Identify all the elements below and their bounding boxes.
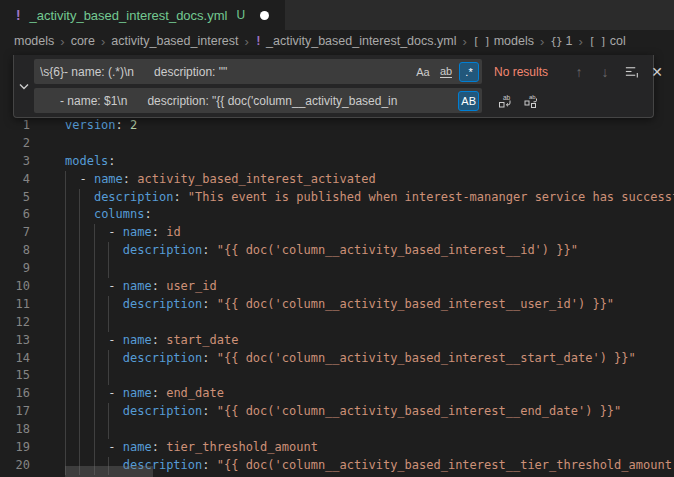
indent-guide xyxy=(94,278,95,296)
indent-guide xyxy=(79,224,80,242)
breadcrumb-item-1[interactable]: {}1 xyxy=(550,34,572,48)
code-line-text[interactable]: description: "{{ doc('column__activity_b… xyxy=(30,242,674,260)
code-line[interactable]: 8 description: "{{ doc('column__activity… xyxy=(0,242,674,260)
breadcrumb-separator-icon: › xyxy=(244,34,248,49)
line-number[interactable]: 8 xyxy=(0,242,30,260)
line-number[interactable]: 7 xyxy=(0,224,30,242)
code-line-text[interactable] xyxy=(30,135,674,153)
replace-all-button[interactable]: ab xyxy=(520,90,542,112)
code-line-text[interactable]: description: "This event is published wh… xyxy=(30,189,674,207)
breadcrumb-item-models[interactable]: models xyxy=(14,34,54,48)
breadcrumb-label: _activity_based_interest_docs.yml xyxy=(266,34,456,48)
indent-guide xyxy=(94,367,95,385)
breadcrumb-label: core xyxy=(71,34,95,48)
regex-toggle[interactable]: .* xyxy=(459,62,479,82)
toggle-replace-button[interactable] xyxy=(14,59,34,113)
code-line[interactable]: 10 - name: user_id xyxy=(0,278,674,296)
code-line[interactable]: 16 - name: end_date xyxy=(0,385,674,403)
previous-match-button[interactable]: ↑ xyxy=(568,61,590,83)
code-line-text[interactable]: columns: xyxy=(30,206,674,224)
code-line[interactable]: 9 xyxy=(0,260,674,278)
code-line-text[interactable]: - name: tier_threshold_amount xyxy=(30,439,674,457)
breadcrumb-separator-icon: › xyxy=(60,34,64,49)
code-line-text[interactable] xyxy=(30,260,674,278)
tab-active-yaml-file[interactable]: ! _activity_based_interest_docs.yml U xyxy=(0,0,285,30)
code-line[interactable]: 6 columns: xyxy=(0,206,674,224)
code-line[interactable]: 7 - name: id xyxy=(0,224,674,242)
line-number[interactable]: 2 xyxy=(0,135,30,153)
replace-button[interactable]: ab xyxy=(494,90,516,112)
code-line-text[interactable] xyxy=(30,421,674,439)
breadcrumb-label: models xyxy=(14,34,54,48)
line-number[interactable]: 11 xyxy=(0,296,30,314)
code-line[interactable]: 4 - name: activity_based_interest_activa… xyxy=(0,171,674,189)
code-line-text[interactable]: - name: end_date xyxy=(30,385,674,403)
whole-word-toggle[interactable]: ab xyxy=(436,62,456,82)
code-line-text[interactable]: - name: user_id xyxy=(30,278,674,296)
code-line[interactable]: 2 xyxy=(0,135,674,153)
line-number[interactable]: 15 xyxy=(0,367,30,385)
code-line-text[interactable] xyxy=(30,367,674,385)
line-number[interactable]: 14 xyxy=(0,350,30,368)
breadcrumb-separator-icon: › xyxy=(540,34,544,49)
svg-text:ab: ab xyxy=(503,94,511,101)
code-line-text[interactable]: version: 2 xyxy=(30,117,674,135)
line-number[interactable]: 19 xyxy=(0,439,30,457)
indent-guide xyxy=(94,350,95,368)
line-number[interactable]: 17 xyxy=(0,403,30,421)
line-number[interactable]: 9 xyxy=(0,260,30,278)
line-number[interactable]: 1 xyxy=(0,117,30,135)
breadcrumb-item-col[interactable]: [ ]col xyxy=(589,34,626,48)
close-find-widget-button[interactable]: ✕ xyxy=(646,61,668,83)
line-number[interactable]: 3 xyxy=(0,153,30,171)
code-line-text[interactable]: description: "{{ doc('column__activity_b… xyxy=(30,296,674,314)
preserve-case-toggle[interactable]: AB xyxy=(458,91,479,111)
next-match-button[interactable]: ↓ xyxy=(594,61,616,83)
code-line[interactable]: 15 xyxy=(0,367,674,385)
breadcrumb-item-activity_based_interest[interactable]: activity_based_interest xyxy=(111,34,238,48)
line-number[interactable]: 13 xyxy=(0,332,30,350)
code-line-text[interactable]: description: "{{ doc('column__activity_b… xyxy=(30,350,674,368)
code-line[interactable]: 1version: 2 xyxy=(0,117,674,135)
breadcrumb-item-core[interactable]: core xyxy=(71,34,95,48)
code-line-text[interactable]: - name: id xyxy=(30,224,674,242)
code-line-text[interactable]: - name: start_date xyxy=(30,332,674,350)
indent-guide xyxy=(94,421,95,439)
code-line[interactable]: 12 xyxy=(0,314,674,332)
object-symbol-icon: {} xyxy=(550,35,561,48)
replace-all-icon: ab xyxy=(523,93,539,109)
code-line[interactable]: 19 - name: tier_threshold_amount xyxy=(0,439,674,457)
editor-code-area[interactable]: 1version: 223models:4 - name: activity_b… xyxy=(0,112,674,477)
code-line-text[interactable]: description: "{{ doc('column__activity_b… xyxy=(30,403,674,421)
breadcrumb-item-_activity_based_interest_docs.yml[interactable]: !_activity_based_interest_docs.yml xyxy=(255,34,457,48)
line-number[interactable]: 18 xyxy=(0,421,30,439)
indent-guide xyxy=(79,332,80,350)
line-number[interactable]: 20 xyxy=(0,457,30,475)
code-line-text[interactable]: - name: activity_based_interest_activate… xyxy=(30,171,674,189)
find-in-selection-button[interactable] xyxy=(620,61,642,83)
line-number[interactable]: 5 xyxy=(0,189,30,207)
replace-input[interactable] xyxy=(34,88,458,113)
find-input[interactable] xyxy=(34,59,413,84)
line-number[interactable]: 4 xyxy=(0,171,30,189)
horizontal-scrollbar-thumb[interactable] xyxy=(65,466,153,477)
line-number[interactable]: 6 xyxy=(0,206,30,224)
code-line[interactable]: 14 description: "{{ doc('column__activit… xyxy=(0,350,674,368)
line-number[interactable]: 12 xyxy=(0,314,30,332)
replace-row: AB ab ab xyxy=(34,88,668,113)
line-number[interactable]: 16 xyxy=(0,385,30,403)
code-line-text[interactable]: models: xyxy=(30,153,674,171)
code-line[interactable]: 3models: xyxy=(0,153,674,171)
array-symbol-icon: [ ] xyxy=(473,35,490,48)
code-line[interactable]: 13 - name: start_date xyxy=(0,332,674,350)
code-line[interactable]: 11 description: "{{ doc('column__activit… xyxy=(0,296,674,314)
line-number[interactable]: 10 xyxy=(0,278,30,296)
modified-indicator-icon[interactable] xyxy=(260,11,269,20)
match-case-toggle[interactable]: Aa xyxy=(413,62,433,82)
code-line-text[interactable] xyxy=(30,314,674,332)
breadcrumb-item-models[interactable]: [ ]models xyxy=(473,34,534,48)
code-line[interactable]: 18 xyxy=(0,421,674,439)
code-line[interactable]: 17 description: "{{ doc('column__activit… xyxy=(0,403,674,421)
yaml-file-icon: ! xyxy=(255,34,262,48)
code-line[interactable]: 5 description: "This event is published … xyxy=(0,189,674,207)
